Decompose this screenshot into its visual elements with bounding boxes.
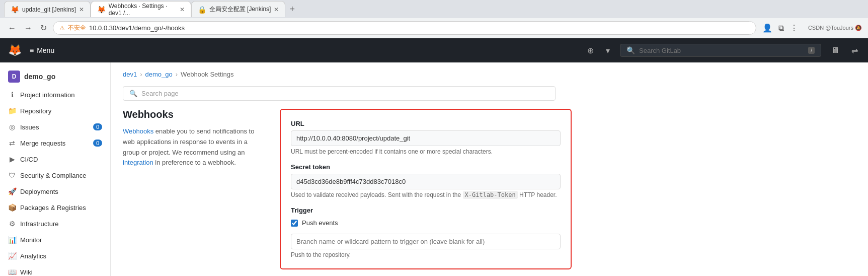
sidebar-item-issues[interactable]: ◎ Issues 0 [0, 119, 110, 135]
browser-toolbar: ← → ↻ ⚠ 不安全 10.0.0.30/dev1/demo_go/-/hoo… [0, 18, 868, 38]
plus-button[interactable]: ⊕ [585, 44, 596, 57]
slash-shortcut: / [808, 47, 815, 54]
push-events-row: Push events [291, 219, 561, 227]
sidebar-label-merge-requests: Merge requests [20, 140, 89, 147]
secret-token-label: Secret token [291, 163, 561, 171]
menu-button[interactable]: ≡ Menu [30, 46, 54, 54]
repository-icon: 📁 [8, 107, 16, 115]
breadcrumb-link-dev1[interactable]: dev1 [123, 71, 137, 78]
breadcrumb: dev1 › demo_go › Webhook Settings [111, 62, 868, 82]
url-field: URL URL must be percent-encoded if it co… [291, 120, 561, 155]
secret-token-hint: Used to validate received payloads. Sent… [291, 191, 561, 198]
search-bar-wrap: 🔍 Search page [111, 82, 868, 109]
integration-link[interactable]: integration [123, 159, 153, 166]
sidebar-label-infrastructure: Infrastructure [20, 220, 102, 228]
breadcrumb-current: Webhook Settings [181, 71, 233, 78]
trigger-section: Trigger Push events Push to the reposito… [291, 206, 561, 258]
page-search-placeholder: Search page [141, 90, 179, 97]
chevron-down-icon[interactable]: ▾ [604, 44, 612, 57]
search-container[interactable]: 🔍 / [620, 44, 821, 57]
address-bar[interactable]: ⚠ 不安全 10.0.0.30/dev1/demo_go/-/hooks [53, 21, 756, 35]
new-tab-button[interactable]: + [285, 4, 299, 15]
url-label: URL [291, 120, 561, 127]
tab-label-1: update_git [Jenkins] [22, 6, 76, 13]
back-button[interactable]: ← [6, 22, 18, 35]
deployments-icon: 🚀 [8, 187, 16, 195]
sidebar-label-analytics: Analytics [20, 252, 102, 260]
breadcrumb-sep-2: › [176, 71, 178, 78]
tab-icon-3: 🔒 [198, 6, 206, 14]
project-header: D demo_go [0, 66, 110, 87]
profile-button[interactable]: 👤 [760, 21, 774, 35]
merge-requests-icon: ⇄ [8, 139, 16, 147]
sidebar-item-project-info[interactable]: ℹ Project information [0, 87, 110, 103]
search-input[interactable] [639, 47, 804, 54]
lock-icon: ⚠ [59, 25, 65, 32]
monitor-sidebar-icon: 📊 [8, 236, 16, 244]
sidebar-label-cicd: CI/CD [20, 156, 102, 163]
tab-close-2[interactable]: ✕ [180, 6, 185, 13]
secret-token-field: Secret token Used to validate received p… [291, 163, 561, 198]
browser-tab-2[interactable]: 🦊 Webhooks · Settings · dev1 /... ✕ [91, 1, 191, 17]
url-input[interactable] [291, 130, 561, 146]
tab-label-3: 全局安全配置 [Jenkins] [209, 5, 271, 14]
sidebar-label-project-info: Project information [20, 91, 102, 99]
sidebar-item-deployments[interactable]: 🚀 Deployments [0, 183, 110, 199]
forward-button[interactable]: → [22, 22, 34, 35]
extensions-button[interactable]: ⧉ [776, 22, 786, 35]
gitlab-logo-icon: 🦊 [8, 44, 22, 57]
webhooks-link[interactable]: Webhooks [123, 127, 153, 135]
browser-tab-3[interactable]: 🔒 全局安全配置 [Jenkins] ✕ [191, 1, 286, 17]
sidebar-label-deployments: Deployments [20, 188, 102, 195]
sidebar-item-repository[interactable]: 📁 Repository [0, 103, 110, 119]
info-icon: ℹ [8, 91, 16, 99]
webhooks-layout: Webhooks Webhooks enable you to send not… [111, 109, 868, 269]
menu-dots-button[interactable]: ⋮ [788, 21, 800, 35]
secret-token-input[interactable] [291, 174, 561, 189]
push-events-label: Push events [302, 219, 338, 227]
gitlab-header: 🦊 ≡ Menu ⊕ ▾ 🔍 / 🖥 ⇌ [0, 38, 868, 62]
tab-close-1[interactable]: ✕ [79, 6, 84, 13]
content-area: dev1 › demo_go › Webhook Settings 🔍 Sear… [111, 62, 868, 276]
tab-icon-1: 🦊 [11, 6, 19, 14]
security-icon: 🛡 [8, 171, 16, 179]
webhooks-description: Webhooks Webhooks enable you to send not… [123, 109, 264, 269]
sidebar-item-cicd[interactable]: ▶ CI/CD [0, 151, 110, 167]
sidebar-item-security-compliance[interactable]: 🛡 Security & Compliance [0, 167, 110, 183]
sidebar-item-packages-registries[interactable]: 📦 Packages & Registries [0, 199, 110, 216]
monitor-icon[interactable]: 🖥 [829, 44, 841, 57]
branch-pattern-input[interactable] [291, 234, 561, 249]
menu-label: Menu [37, 46, 54, 54]
project-name: demo_go [24, 73, 55, 81]
tab-label-2: Webhooks · Settings · dev1 /... [109, 3, 177, 17]
packages-icon: 📦 [8, 203, 16, 212]
issues-icon: ◎ [8, 123, 16, 131]
merge-requests-badge: 0 [93, 140, 102, 147]
tab-close-3[interactable]: ✕ [274, 6, 279, 13]
browser-tab-1[interactable]: 🦊 update_git [Jenkins] ✕ [4, 1, 91, 17]
address-text: 10.0.0.30/dev1/demo_go/-/hooks [89, 24, 185, 32]
corner-text: CSDN @TouJours 🔕 [808, 25, 862, 31]
sidebar-label-packages: Packages & Registries [20, 204, 102, 212]
sidebar-label-wiki: Wiki [20, 268, 102, 276]
sidebar: D demo_go ℹ Project information 📁 Reposi… [0, 62, 111, 276]
merge-request-icon[interactable]: ⇌ [849, 44, 860, 57]
sidebar-item-monitor[interactable]: 📊 Monitor [0, 232, 110, 248]
project-avatar: D [8, 71, 20, 83]
issues-badge: 0 [93, 123, 102, 130]
wiki-icon: 📖 [8, 268, 16, 276]
sidebar-item-wiki[interactable]: 📖 Wiki [0, 264, 110, 276]
sidebar-label-monitor: Monitor [20, 236, 102, 244]
breadcrumb-link-demo-go[interactable]: demo_go [145, 71, 173, 78]
sidebar-item-merge-requests[interactable]: ⇄ Merge requests 0 [0, 135, 110, 151]
cicd-icon: ▶ [8, 155, 16, 163]
infrastructure-icon: ⚙ [8, 220, 16, 228]
hamburger-icon: ≡ [30, 46, 34, 54]
sidebar-label-security: Security & Compliance [20, 172, 102, 179]
page-search-bar[interactable]: 🔍 Search page [123, 86, 556, 101]
push-events-checkbox[interactable] [291, 220, 298, 227]
sidebar-item-infrastructure[interactable]: ⚙ Infrastructure [0, 216, 110, 232]
reload-button[interactable]: ↻ [38, 21, 49, 35]
browser-tab-bar: 🦊 update_git [Jenkins] ✕ 🦊 Webhooks · Se… [0, 0, 868, 18]
sidebar-item-analytics[interactable]: 📈 Analytics [0, 248, 110, 264]
